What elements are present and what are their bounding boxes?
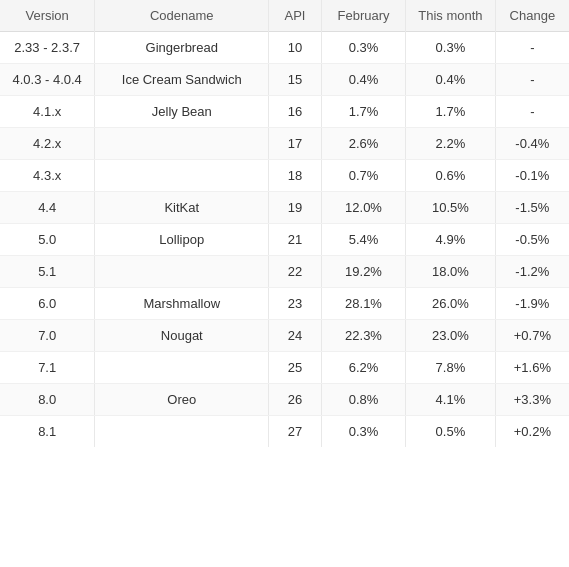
- cell-version: 4.4: [0, 192, 95, 224]
- cell-change: -: [495, 64, 569, 96]
- cell-version: 7.1: [0, 352, 95, 384]
- cell-version: 8.1: [0, 416, 95, 448]
- cell-version: 4.0.3 - 4.0.4: [0, 64, 95, 96]
- cell-this-month: 1.7%: [406, 96, 496, 128]
- table-row: 4.3.x180.7%0.6%-0.1%: [0, 160, 569, 192]
- cell-version: 2.33 - 2.3.7: [0, 32, 95, 64]
- table-row: 2.33 - 2.3.7Gingerbread100.3%0.3%-: [0, 32, 569, 64]
- header-version: Version: [0, 0, 95, 32]
- cell-codename: Lollipop: [95, 224, 269, 256]
- cell-api: 15: [269, 64, 322, 96]
- header-change: Change: [495, 0, 569, 32]
- cell-version: 5.0: [0, 224, 95, 256]
- cell-version: 8.0: [0, 384, 95, 416]
- cell-this-month: 4.9%: [406, 224, 496, 256]
- cell-codename: [95, 128, 269, 160]
- cell-api: 16: [269, 96, 322, 128]
- cell-version: 4.2.x: [0, 128, 95, 160]
- header-codename: Codename: [95, 0, 269, 32]
- cell-change: -1.2%: [495, 256, 569, 288]
- table-header-row: Version Codename API February This month…: [0, 0, 569, 32]
- cell-api: 26: [269, 384, 322, 416]
- table-row: 6.0Marshmallow2328.1%26.0%-1.9%: [0, 288, 569, 320]
- cell-this-month: 26.0%: [406, 288, 496, 320]
- cell-change: -1.5%: [495, 192, 569, 224]
- cell-api: 23: [269, 288, 322, 320]
- cell-codename: Oreo: [95, 384, 269, 416]
- table-row: 4.0.3 - 4.0.4Ice Cream Sandwich150.4%0.4…: [0, 64, 569, 96]
- cell-february: 22.3%: [321, 320, 405, 352]
- cell-version: 6.0: [0, 288, 95, 320]
- cell-change: -: [495, 96, 569, 128]
- cell-this-month: 23.0%: [406, 320, 496, 352]
- table-row: 4.2.x172.6%2.2%-0.4%: [0, 128, 569, 160]
- cell-change: -0.1%: [495, 160, 569, 192]
- cell-this-month: 0.6%: [406, 160, 496, 192]
- cell-change: -0.4%: [495, 128, 569, 160]
- table-row: 8.1270.3%0.5%+0.2%: [0, 416, 569, 448]
- cell-february: 0.4%: [321, 64, 405, 96]
- cell-february: 0.7%: [321, 160, 405, 192]
- cell-version: 4.3.x: [0, 160, 95, 192]
- cell-this-month: 2.2%: [406, 128, 496, 160]
- table-row: 4.1.xJelly Bean161.7%1.7%-: [0, 96, 569, 128]
- cell-february: 0.3%: [321, 416, 405, 448]
- header-february: February: [321, 0, 405, 32]
- cell-codename: [95, 416, 269, 448]
- cell-this-month: 7.8%: [406, 352, 496, 384]
- android-versions-table: Version Codename API February This month…: [0, 0, 569, 447]
- cell-february: 6.2%: [321, 352, 405, 384]
- header-api: API: [269, 0, 322, 32]
- cell-api: 10: [269, 32, 322, 64]
- cell-api: 27: [269, 416, 322, 448]
- table-row: 8.0Oreo260.8%4.1%+3.3%: [0, 384, 569, 416]
- cell-february: 2.6%: [321, 128, 405, 160]
- header-this-month: This month: [406, 0, 496, 32]
- cell-change: -0.5%: [495, 224, 569, 256]
- cell-codename: Jelly Bean: [95, 96, 269, 128]
- table-row: 7.1256.2%7.8%+1.6%: [0, 352, 569, 384]
- table-row: 7.0Nougat2422.3%23.0%+0.7%: [0, 320, 569, 352]
- cell-february: 5.4%: [321, 224, 405, 256]
- cell-change: -1.9%: [495, 288, 569, 320]
- cell-february: 28.1%: [321, 288, 405, 320]
- cell-api: 25: [269, 352, 322, 384]
- cell-codename: Nougat: [95, 320, 269, 352]
- table-row: 4.4KitKat1912.0%10.5%-1.5%: [0, 192, 569, 224]
- cell-codename: [95, 256, 269, 288]
- cell-codename: Gingerbread: [95, 32, 269, 64]
- cell-codename: Marshmallow: [95, 288, 269, 320]
- cell-codename: KitKat: [95, 192, 269, 224]
- cell-api: 19: [269, 192, 322, 224]
- cell-this-month: 10.5%: [406, 192, 496, 224]
- cell-version: 5.1: [0, 256, 95, 288]
- cell-change: +0.7%: [495, 320, 569, 352]
- cell-api: 21: [269, 224, 322, 256]
- cell-february: 12.0%: [321, 192, 405, 224]
- cell-this-month: 4.1%: [406, 384, 496, 416]
- cell-february: 0.8%: [321, 384, 405, 416]
- cell-api: 18: [269, 160, 322, 192]
- cell-february: 1.7%: [321, 96, 405, 128]
- cell-change: +3.3%: [495, 384, 569, 416]
- cell-this-month: 0.3%: [406, 32, 496, 64]
- cell-change: -: [495, 32, 569, 64]
- cell-codename: [95, 352, 269, 384]
- cell-february: 19.2%: [321, 256, 405, 288]
- cell-version: 7.0: [0, 320, 95, 352]
- cell-codename: [95, 160, 269, 192]
- cell-this-month: 0.4%: [406, 64, 496, 96]
- cell-change: +1.6%: [495, 352, 569, 384]
- cell-codename: Ice Cream Sandwich: [95, 64, 269, 96]
- table-row: 5.0Lollipop215.4%4.9%-0.5%: [0, 224, 569, 256]
- cell-this-month: 18.0%: [406, 256, 496, 288]
- cell-change: +0.2%: [495, 416, 569, 448]
- cell-api: 24: [269, 320, 322, 352]
- cell-api: 22: [269, 256, 322, 288]
- cell-api: 17: [269, 128, 322, 160]
- table-row: 5.12219.2%18.0%-1.2%: [0, 256, 569, 288]
- cell-version: 4.1.x: [0, 96, 95, 128]
- cell-february: 0.3%: [321, 32, 405, 64]
- cell-this-month: 0.5%: [406, 416, 496, 448]
